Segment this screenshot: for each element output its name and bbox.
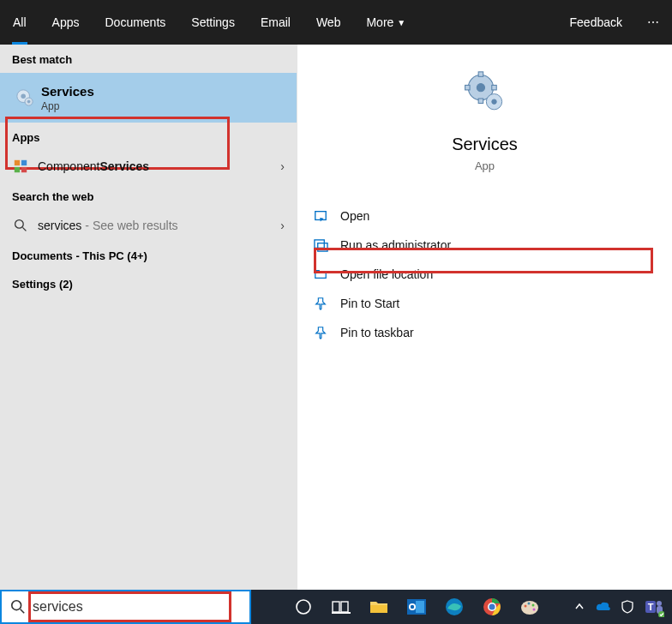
tab-settings[interactable]: Settings (178, 0, 248, 45)
best-match-result[interactable]: Services App (0, 73, 297, 123)
search-box[interactable] (0, 590, 251, 624)
svg-rect-15 (492, 85, 497, 90)
pin-taskbar-icon (313, 325, 328, 340)
documents-heading[interactable]: Documents - This PC (4+) (0, 241, 297, 269)
svg-rect-14 (465, 85, 471, 90)
svg-point-23 (297, 600, 310, 614)
search-input[interactable] (33, 599, 241, 615)
svg-rect-27 (370, 605, 387, 613)
action-open-file-location-label: Open file location (340, 267, 433, 281)
svg-line-22 (21, 609, 25, 614)
search-icon (12, 217, 29, 234)
open-icon (313, 208, 328, 224)
svg-rect-6 (15, 167, 20, 172)
svg-point-3 (27, 100, 31, 104)
svg-rect-25 (341, 602, 348, 612)
gears-icon (461, 70, 508, 117)
svg-line-9 (22, 227, 26, 231)
paint-icon[interactable] (512, 590, 548, 624)
best-match-title: Services (41, 84, 94, 99)
search-web-heading: Search the web (0, 182, 297, 210)
gear-icon (15, 88, 34, 107)
teams-icon[interactable]: T (639, 590, 669, 624)
svg-rect-5 (21, 160, 27, 165)
search-icon (10, 599, 26, 615)
svg-rect-20 (317, 243, 327, 250)
svg-point-1 (21, 93, 26, 99)
tab-web[interactable]: Web (303, 0, 354, 45)
svg-rect-4 (15, 160, 20, 165)
tab-documents[interactable]: Documents (92, 0, 178, 45)
component-services-icon (12, 158, 29, 175)
action-pin-to-taskbar-label: Pin to taskbar (340, 326, 414, 339)
action-run-as-admin-label: Run as administrator (340, 238, 451, 252)
chevron-right-icon: › (280, 219, 285, 232)
svg-point-31 (411, 605, 414, 609)
web-query-text: services (38, 219, 81, 232)
best-match-heading: Best match (0, 45, 297, 73)
action-pin-to-taskbar[interactable]: Pin to taskbar (297, 318, 672, 347)
folder-open-icon (313, 267, 328, 282)
action-open-file-location[interactable]: Open file location (297, 260, 672, 289)
settings-heading[interactable]: Settings (2) (0, 269, 297, 297)
svg-point-39 (532, 604, 535, 607)
tab-more[interactable]: More ▼ (353, 0, 418, 45)
result-label-bold: Services (99, 159, 149, 173)
result-label-prefix: Component (38, 159, 99, 173)
svg-point-38 (528, 603, 531, 605)
action-open-label: Open (340, 209, 369, 223)
svg-point-35 (489, 604, 495, 610)
feedback-link[interactable]: Feedback (557, 15, 635, 29)
filter-tabs: All Apps Documents Settings Email Web Mo… (0, 0, 672, 45)
svg-rect-13 (478, 99, 483, 104)
apps-heading: Apps (0, 123, 297, 151)
svg-rect-7 (21, 167, 27, 172)
result-web-search[interactable]: services - See web results › (0, 210, 297, 241)
chevron-right-icon: › (280, 159, 285, 173)
svg-rect-19 (314, 239, 323, 247)
svg-rect-29 (416, 601, 424, 613)
security-icon[interactable] (615, 590, 639, 624)
tab-email[interactable]: Email (248, 0, 303, 45)
onedrive-icon[interactable] (591, 590, 615, 624)
svg-point-37 (525, 605, 527, 608)
best-match-subtitle: App (41, 100, 94, 112)
cortana-icon[interactable] (285, 590, 321, 624)
result-component-services[interactable]: Component Services › (0, 151, 297, 182)
svg-point-43 (657, 601, 662, 606)
svg-point-11 (477, 84, 484, 92)
svg-rect-26 (332, 612, 351, 614)
outlook-icon[interactable] (399, 590, 435, 624)
svg-rect-24 (333, 602, 339, 612)
taskbar: T (0, 590, 672, 624)
preview-title: Services (297, 135, 672, 154)
tab-more-label: More (366, 15, 393, 29)
web-suffix-text: - See web results (85, 219, 177, 232)
svg-rect-12 (478, 72, 483, 77)
results-panel: Best match Services App Apps Component S… (0, 45, 297, 590)
pin-start-icon (313, 296, 328, 311)
preview-pane: Services App Open Run as administrator (297, 45, 672, 590)
edge-icon[interactable] (436, 590, 472, 624)
action-pin-to-start[interactable]: Pin to Start (297, 289, 672, 318)
tab-all[interactable]: All (0, 0, 39, 45)
action-open[interactable]: Open (297, 201, 672, 231)
file-explorer-icon[interactable] (361, 590, 397, 624)
svg-point-17 (492, 99, 497, 105)
action-run-as-admin[interactable]: Run as administrator (297, 231, 672, 260)
chevron-down-icon: ▼ (397, 18, 405, 27)
task-view-icon[interactable] (323, 590, 359, 624)
chrome-icon[interactable] (474, 590, 510, 624)
svg-point-40 (533, 609, 536, 611)
preview-subtitle: App (297, 159, 672, 172)
svg-point-8 (15, 220, 24, 229)
svg-text:T: T (648, 602, 654, 612)
action-pin-to-start-label: Pin to Start (340, 297, 399, 310)
admin-shield-icon (313, 237, 328, 253)
tray-chevron-icon[interactable] (567, 590, 591, 624)
svg-point-21 (12, 601, 21, 610)
more-options-icon[interactable]: ⋯ (635, 15, 672, 29)
tab-apps[interactable]: Apps (39, 0, 93, 45)
